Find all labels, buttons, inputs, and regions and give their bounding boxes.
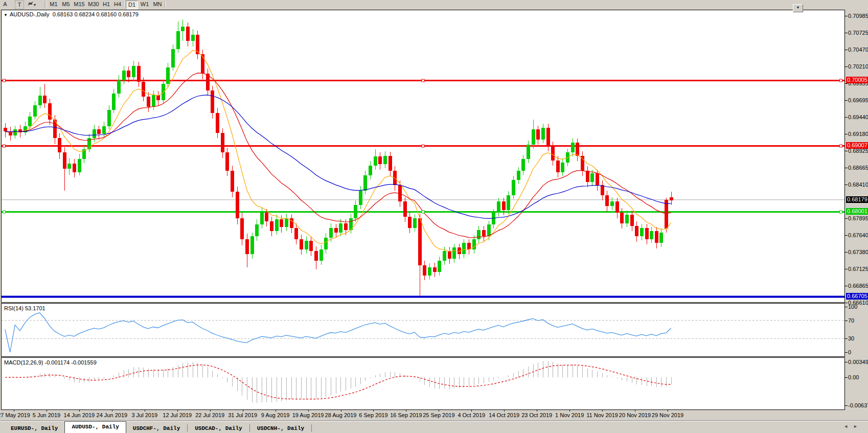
price-tick-label: 0.68665 bbox=[848, 165, 868, 171]
candle-body bbox=[13, 129, 17, 135]
candle-body bbox=[383, 156, 387, 165]
candle-body bbox=[162, 84, 165, 100]
price-tick-label: 0.70210 bbox=[848, 63, 868, 70]
tabs-scroll-left-icon[interactable]: ◄ bbox=[843, 424, 853, 429]
candle-body bbox=[497, 201, 500, 213]
date-label: 9 Aug 2019 bbox=[261, 412, 290, 418]
date-label: 19 Aug 2019 bbox=[292, 412, 324, 418]
hline-handle[interactable] bbox=[422, 211, 424, 213]
candle-body bbox=[112, 94, 116, 110]
candle-body bbox=[122, 71, 126, 80]
candle-body bbox=[137, 66, 141, 82]
candle-body bbox=[615, 201, 619, 213]
candle-body bbox=[359, 191, 362, 205]
candle-body bbox=[536, 129, 540, 139]
candle-body bbox=[319, 249, 323, 261]
candle-body bbox=[216, 113, 219, 132]
price-tick-label: 0.69695 bbox=[848, 97, 868, 103]
tab-separator bbox=[187, 424, 188, 432]
chart-tab-usdcnh[interactable]: USDCNH-, Daily bbox=[250, 424, 311, 433]
date-label: 12 Jul 2019 bbox=[163, 412, 192, 418]
candle-body bbox=[517, 171, 520, 180]
candle-body bbox=[324, 238, 328, 249]
candle-body bbox=[477, 230, 481, 239]
candle-body bbox=[221, 133, 224, 152]
candle-body bbox=[413, 218, 417, 228]
date-label: 1 Nov 2019 bbox=[555, 412, 584, 418]
tabs-scroll-right-icon[interactable]: ► bbox=[853, 424, 863, 429]
rsi-scale-label: 70 bbox=[848, 317, 854, 324]
candle-body bbox=[507, 195, 510, 210]
chart-tab-usdchf[interactable]: USDCHF-, Daily bbox=[126, 424, 187, 433]
candle-body bbox=[102, 126, 106, 134]
candle-body bbox=[73, 164, 76, 172]
price-badge-0.66705: 0.66705 bbox=[846, 293, 868, 300]
candle-body bbox=[428, 267, 431, 276]
candle-body bbox=[541, 128, 545, 140]
candle-body bbox=[369, 166, 372, 175]
candle-body bbox=[240, 218, 244, 239]
hline-handle[interactable] bbox=[840, 145, 842, 147]
candle-body bbox=[418, 218, 422, 265]
chart-tab-audusd[interactable]: AUDUSD-, Daily bbox=[64, 421, 126, 433]
candle-body bbox=[309, 241, 313, 250]
candle-body bbox=[512, 180, 515, 195]
collapse-triangle-icon[interactable]: ▼ bbox=[4, 13, 8, 17]
price-tick-label: 0.70985 bbox=[848, 13, 868, 19]
date-label: 14 Jun 2019 bbox=[64, 412, 95, 418]
candle-body bbox=[645, 228, 649, 239]
macd-scale-label: 0.00 bbox=[848, 374, 859, 380]
candle-body bbox=[650, 231, 653, 239]
price-badge-0.68001: 0.68001 bbox=[846, 208, 868, 215]
candle-body bbox=[635, 226, 638, 237]
candle-body bbox=[93, 129, 96, 138]
rsi-scale-label: 0 bbox=[848, 349, 851, 355]
candle-body bbox=[236, 192, 239, 218]
hline-handle[interactable] bbox=[840, 79, 842, 82]
hline-handle[interactable] bbox=[3, 145, 6, 147]
date-label: 22 Jul 2019 bbox=[195, 412, 224, 418]
candle-body bbox=[152, 95, 155, 107]
candle-body bbox=[147, 97, 150, 106]
candle-body bbox=[67, 164, 71, 169]
candle-body bbox=[260, 213, 264, 224]
tab-separator bbox=[311, 424, 312, 432]
hline-handle[interactable] bbox=[3, 211, 6, 213]
candle-body bbox=[605, 195, 609, 207]
candle-body bbox=[250, 236, 254, 254]
candle-body bbox=[132, 66, 135, 77]
candle-body bbox=[186, 27, 190, 41]
date-label: 31 Jul 2019 bbox=[228, 412, 257, 418]
macd-indicator-label: MACD(12,26,9) -0.001174 -0.001559 bbox=[4, 359, 97, 366]
date-label: 3 Jul 2019 bbox=[131, 412, 157, 418]
candle-body bbox=[482, 230, 486, 237]
chart-window-button[interactable]: ▼ bbox=[793, 4, 803, 12]
candle-body bbox=[433, 267, 437, 272]
price-tick-label: 0.70470 bbox=[848, 47, 868, 53]
date-label: 28 Aug 2019 bbox=[325, 412, 357, 418]
hline-handle[interactable] bbox=[840, 211, 842, 213]
candle-body bbox=[408, 217, 412, 228]
candle-body bbox=[171, 49, 175, 67]
hline-handle[interactable] bbox=[422, 145, 424, 147]
candle-body bbox=[142, 82, 145, 97]
chart-tab-eurusd[interactable]: EURUSD-, Daily bbox=[4, 424, 64, 433]
candle-body bbox=[166, 67, 170, 84]
hline-handle[interactable] bbox=[3, 79, 6, 82]
candle-body bbox=[561, 163, 564, 172]
candle-body bbox=[630, 215, 634, 226]
hline-handle[interactable] bbox=[422, 79, 424, 82]
chart-tab-usdcad[interactable]: USDCAD-, Daily bbox=[188, 424, 248, 433]
candle-body bbox=[576, 143, 579, 156]
candle-body bbox=[625, 215, 629, 223]
candle-body bbox=[344, 223, 348, 230]
candle-body bbox=[403, 201, 407, 216]
candle-body bbox=[78, 159, 81, 172]
candle-body bbox=[586, 171, 589, 182]
date-label: 23 Oct 2019 bbox=[521, 412, 552, 418]
candle-body bbox=[245, 239, 249, 254]
candle-body bbox=[4, 128, 7, 132]
chart-ohlc-values: 0.68163 0.68234 0.68160 0.68179 bbox=[53, 11, 139, 17]
candle-body bbox=[305, 241, 308, 249]
candle-body bbox=[127, 71, 130, 77]
